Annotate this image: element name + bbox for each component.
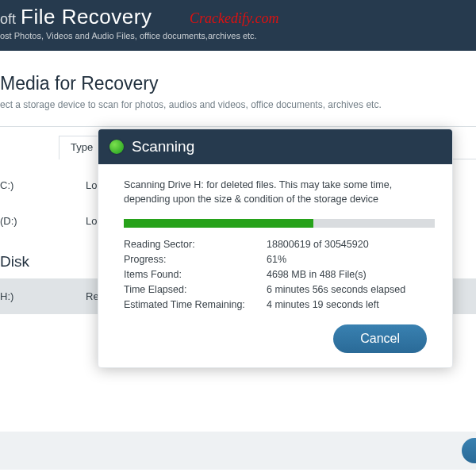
drive-label: (D:) [0, 215, 48, 227]
app-title: File Recovery [21, 5, 152, 29]
watermark-text: Crackedify.com [190, 10, 278, 27]
dialog-message: Scanning Drive H: for deleted files. Thi… [124, 178, 435, 206]
page-subtitle: ect a storage device to scan for photos,… [0, 99, 476, 110]
progress-bar [124, 219, 435, 228]
dialog-body: Scanning Drive H: for deleted files. Thi… [98, 164, 452, 367]
reading-sector-label: Reading Sector: [124, 239, 267, 250]
app-tagline: ost Photos, Videos and Audio Files, offi… [0, 31, 476, 40]
status-dot-icon [109, 140, 124, 154]
cancel-button[interactable]: Cancel [333, 324, 427, 353]
time-remaining-value: 4 minutes 19 seconds left [267, 299, 435, 310]
items-found-label: Items Found: [124, 269, 267, 280]
page-title: Media for Recovery [0, 73, 476, 94]
time-remaining-label: Estimated Time Remaining: [124, 299, 267, 310]
time-elapsed-value: 6 minutes 56s seconds elapsed [267, 284, 435, 295]
drive-label: C:) [0, 179, 48, 191]
divider [0, 126, 476, 127]
progress-value: 61% [267, 254, 435, 265]
dialog-header: Scanning [98, 129, 452, 164]
progress-details: Reading Sector: 18800619 of 30545920 Pro… [124, 239, 435, 310]
progress-fill [124, 219, 313, 228]
footer-bar [0, 432, 476, 470]
app-header: oft File Recovery ost Photos, Videos and… [0, 0, 476, 51]
time-elapsed-label: Time Elapsed: [124, 284, 267, 295]
reading-sector-value: 18800619 of 30545920 [267, 239, 435, 250]
items-found-value: 4698 MB in 488 File(s) [267, 269, 435, 280]
dialog-title: Scanning [132, 138, 194, 155]
progress-label: Progress: [124, 254, 267, 265]
scanning-dialog: Scanning Scanning Drive H: for deleted f… [98, 129, 453, 368]
brand-suffix: oft [0, 12, 16, 26]
page-heading-block: Media for Recovery ect a storage device … [0, 51, 476, 121]
drive-label: H:) [0, 290, 48, 302]
